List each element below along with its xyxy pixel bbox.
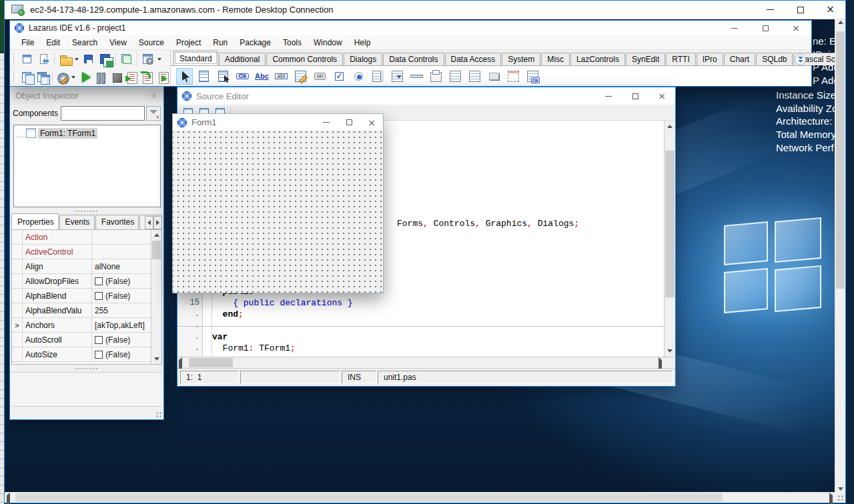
run-button[interactable] <box>77 69 91 85</box>
components-filter-input[interactable] <box>61 106 145 121</box>
scroll-left-button[interactable] <box>7 495 10 504</box>
ide-maximize-button[interactable] <box>750 21 781 35</box>
component-tree[interactable]: Form1: TForm1 <box>13 125 161 207</box>
property-expander-cell[interactable]: > <box>12 318 23 332</box>
oi-tab-properties[interactable]: Properties <box>11 213 59 229</box>
palette-tab-system[interactable]: System <box>502 53 540 65</box>
menu-run[interactable]: Run <box>207 36 234 49</box>
component-tmemo-icon[interactable] <box>292 68 309 85</box>
property-name[interactable]: ActiveControl <box>23 245 92 259</box>
menu-file[interactable]: File <box>15 36 40 49</box>
step-over-button[interactable] <box>139 69 153 85</box>
property-expander-cell[interactable]: > <box>12 259 23 273</box>
component-tframe-icon[interactable] <box>505 68 522 85</box>
property-name[interactable]: Action <box>23 230 92 244</box>
menu-tools[interactable]: Tools <box>277 36 308 49</box>
property-expander-cell[interactable]: > <box>12 303 23 317</box>
rdp-vertical-scrollbar[interactable] <box>835 19 845 492</box>
palette-tab-common-controls[interactable]: Common Controls <box>266 53 343 65</box>
property-row-anchors[interactable]: > Anchors [akTop,akLeft] <box>12 318 161 333</box>
rdp-maximize-button[interactable] <box>785 1 815 19</box>
source-editor-minimize-button[interactable] <box>595 87 622 105</box>
form-design-surface[interactable] <box>173 131 383 293</box>
palette-tab-dialogs[interactable]: Dialogs <box>344 53 382 65</box>
pause-button[interactable] <box>93 69 107 85</box>
scroll-down-button[interactable] <box>835 487 845 491</box>
component-tpopupmenu-icon[interactable] <box>215 68 232 85</box>
scroll-down-button[interactable] <box>665 345 675 357</box>
object-inspector-close-button[interactable]: x <box>147 89 161 101</box>
palette-tab-additional[interactable]: Additional <box>219 53 266 65</box>
component-tactionlist-icon[interactable] <box>524 68 541 85</box>
scroll-right-button[interactable] <box>829 495 833 504</box>
component-tedit-icon[interactable]: abI <box>273 68 290 85</box>
menu-window[interactable]: Window <box>308 36 348 49</box>
component-tcheckgroup-icon[interactable] <box>466 68 483 85</box>
palette-tab-sqldb[interactable]: SQLdb <box>756 53 793 65</box>
scrollbar-thumb[interactable] <box>665 151 675 297</box>
property-name[interactable]: AutoSize <box>23 347 92 361</box>
view-forms-button[interactable] <box>35 69 49 85</box>
component-tlabel-icon[interactable]: Abc <box>254 68 270 85</box>
property-name[interactable]: AllowDropFiles <box>23 274 92 288</box>
property-row-activecontrol[interactable]: > ActiveControl <box>12 245 161 259</box>
form-close-button[interactable]: × <box>360 114 383 131</box>
property-name[interactable]: AlphaBlend <box>23 289 92 303</box>
property-expander-cell[interactable]: > <box>12 333 23 347</box>
selection-cursor-icon[interactable] <box>176 68 193 85</box>
property-name[interactable]: AutoScroll <box>23 333 92 347</box>
filter-funnel-button[interactable] <box>146 106 161 121</box>
component-tpanel-icon[interactable] <box>486 68 502 85</box>
resize-grip[interactable] <box>837 495 844 501</box>
palette-tab-misc[interactable]: Misc <box>541 53 570 65</box>
palette-tab-synedit[interactable]: SynEdit <box>626 53 665 65</box>
menu-help[interactable]: Help <box>348 36 377 49</box>
resize-grip[interactable] <box>155 411 162 418</box>
se-uses-fragment[interactable]: Forms, Controls, Graphics, Dialogs; <box>397 219 579 229</box>
property-row-alphablendvalue[interactable]: > AlphaBlendValu 255 <box>12 303 161 318</box>
component-tscrollbar-icon[interactable] <box>408 68 425 85</box>
menu-source[interactable]: Source <box>133 36 170 49</box>
rdp-resize-corner[interactable] <box>835 492 845 503</box>
menu-package[interactable]: Package <box>234 36 277 49</box>
menu-edit[interactable]: Edit <box>40 36 66 49</box>
component-tmainmenu-icon[interactable] <box>195 68 212 85</box>
property-row-align[interactable]: > Align alNone <box>12 259 161 274</box>
property-grid-scrollbar[interactable] <box>151 230 161 364</box>
step-out-button[interactable] <box>155 69 169 85</box>
form-maximize-button[interactable] <box>338 114 360 131</box>
scroll-up-button[interactable] <box>835 21 845 24</box>
splitter-handle[interactable]: ▪▪▪▪▪▪▪▪ <box>10 367 163 371</box>
palette-tab-ipro[interactable]: IPro <box>697 53 723 65</box>
component-tradiogroup-icon[interactable] <box>447 68 464 85</box>
component-tcheckbox-icon[interactable]: ✓ <box>331 68 348 85</box>
component-tgroupbox-icon[interactable] <box>428 68 444 85</box>
palette-tab-standard[interactable]: Standard <box>173 51 218 65</box>
component-tbutton-icon[interactable]: Ok <box>234 68 251 85</box>
open-dropdown-arrow-icon[interactable] <box>75 58 79 61</box>
tree-item-form1[interactable]: Form1: TForm1 <box>14 127 160 139</box>
form-minimize-button[interactable] <box>315 114 338 131</box>
source-editor-maximize-button[interactable] <box>622 87 649 105</box>
stop-button[interactable] <box>109 69 123 85</box>
property-row-autosize[interactable]: > AutoSize (False) <box>12 347 161 362</box>
rdp-close-button[interactable]: × <box>815 1 845 19</box>
rdp-minimize-button[interactable] <box>755 1 785 19</box>
checkbox-icon[interactable] <box>95 277 103 285</box>
palette-tab-data-controls[interactable]: Data Controls <box>383 53 444 65</box>
new-form-button[interactable] <box>140 51 155 67</box>
component-tcombobox-icon[interactable] <box>389 68 406 85</box>
build-mode-dropdown-arrow-icon[interactable] <box>71 76 75 79</box>
scrollbar-thumb[interactable] <box>15 493 723 502</box>
scroll-up-button[interactable] <box>151 230 161 240</box>
oi-tab-events[interactable]: Events <box>59 215 95 229</box>
scrollbar-thumb[interactable] <box>836 31 845 289</box>
palette-tab-data-access[interactable]: Data Access <box>445 53 502 65</box>
component-tlistbox-icon[interactable] <box>370 68 386 85</box>
property-name[interactable]: Align <box>23 259 92 273</box>
property-expander-cell[interactable]: > <box>12 347 23 361</box>
editor-vertical-scrollbar[interactable] <box>664 121 675 357</box>
step-into-button[interactable] <box>124 69 138 85</box>
property-expander-cell[interactable]: > <box>12 230 23 244</box>
checkbox-icon[interactable] <box>95 292 103 300</box>
